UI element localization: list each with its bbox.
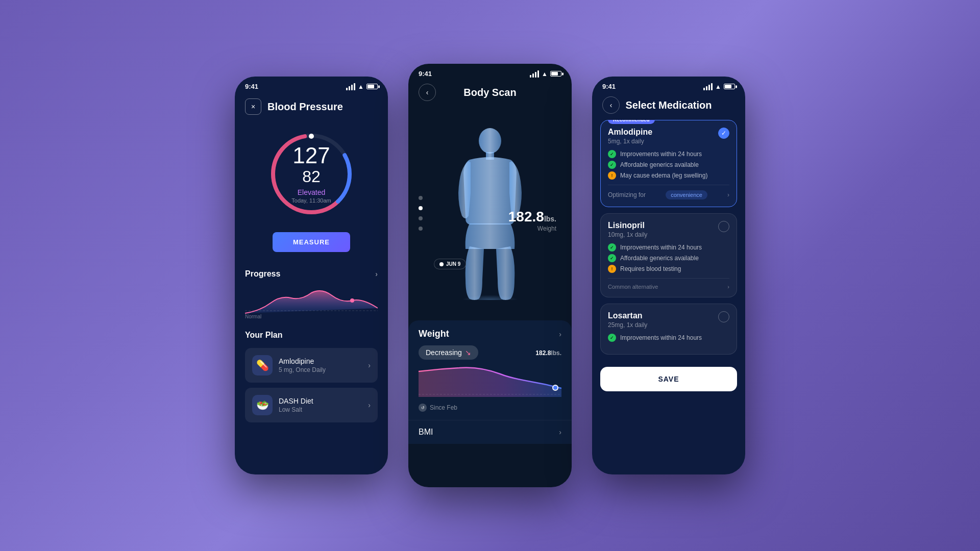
bp-title: Blood Pressure	[267, 101, 343, 113]
lisinopril-feature-3: ! Requires blood testing	[608, 265, 729, 273]
wifi-icon-2: ▲	[542, 70, 548, 78]
slide-dots	[419, 196, 423, 231]
lisinopril-feature-2: ✓ Affordable generics available	[608, 254, 729, 262]
lisinopril-dot-3: !	[608, 265, 616, 273]
dot-3[interactable]	[419, 216, 423, 220]
med-name-losartan: Losartan	[608, 311, 729, 320]
bp-header: × Blood Pressure	[235, 93, 388, 123]
trend-arrow-icon: ↘	[465, 348, 471, 357]
weight-section: Weight › Decreasing ↘ 182.8lbs.	[408, 320, 572, 420]
gauge-values: 127 82 Elevated Today, 11:30am	[291, 144, 331, 204]
bmi-chevron[interactable]: ›	[559, 428, 561, 436]
lisinopril-feature-1: ✓ Improvements within 24 hours	[608, 243, 729, 252]
svg-point-6	[479, 128, 501, 154]
phone-blood-pressure: 9:41 ▲ × Blood Pressure 127 82	[235, 77, 388, 474]
back-button-3[interactable]: ‹	[602, 96, 620, 114]
lisinopril-text-2: Affordable generics available	[620, 255, 699, 262]
med-radio-lisinopril[interactable]	[718, 221, 729, 232]
lisinopril-dot-2: ✓	[608, 254, 616, 262]
bmi-section[interactable]: BMI ›	[408, 420, 572, 444]
plan-item-amlodipine[interactable]: 💊 Amlodipine 5 mg, Once Daily ›	[245, 348, 378, 383]
plan-chevron-2: ›	[368, 401, 371, 409]
lisinopril-dot-1: ✓	[608, 243, 616, 252]
lisinopril-text-3: Requires blood testing	[620, 265, 681, 272]
phone-body-scan: 9:41 ▲ ‹ Body Scan	[408, 64, 572, 487]
med-dosage-losartan: 25mg, 1x daily	[608, 321, 729, 329]
dot-2[interactable]	[419, 206, 423, 210]
optimize-tag: convenience	[666, 190, 707, 199]
phone-medication: 9:41 ▲ ‹ Select Medication Recommended ✓…	[592, 77, 745, 474]
body-scan-title: Body Scan	[436, 87, 544, 98]
progress-label: Progress	[245, 269, 280, 279]
progress-chart: Normal	[235, 283, 388, 323]
status-time-3: 9:41	[602, 83, 616, 90]
progress-chevron[interactable]: ›	[375, 270, 378, 278]
plan-detail-2: Low Salt	[279, 406, 362, 413]
battery-icon-1	[366, 84, 378, 89]
wifi-icon-1: ▲	[358, 83, 364, 90]
plan-label: Your Plan	[245, 331, 283, 340]
battery-icon-2	[550, 71, 561, 77]
weight-chart	[419, 364, 561, 399]
weight-sub: Weight	[508, 225, 556, 232]
svg-point-10	[553, 385, 558, 390]
measure-button[interactable]: MEASURE	[273, 232, 350, 252]
since-text: Since Feb	[430, 404, 457, 411]
plan-detail-1: 5 mg, Once Daily	[279, 366, 362, 373]
med-card-losartan[interactable]: Losartan 25mg, 1x daily ✓ Improvements w…	[600, 304, 737, 355]
status-bar-3: 9:41 ▲	[592, 77, 745, 93]
save-button[interactable]: SAVE	[600, 367, 737, 391]
progress-header: Progress ›	[235, 262, 388, 283]
bp-systolic: 127	[291, 144, 331, 167]
close-button[interactable]: ×	[245, 98, 261, 115]
losartan-text-1: Improvements within 24 hours	[620, 334, 702, 341]
weight-section-header: Weight ›	[419, 329, 561, 339]
med-header: ‹ Select Medication	[592, 93, 745, 120]
lisinopril-text-1: Improvements within 24 hours	[620, 244, 702, 251]
weight-label: 182.8lbs. Weight	[508, 209, 556, 232]
plan-icon-dash: 🥗	[252, 395, 273, 415]
status-icons-3: ▲	[703, 83, 735, 90]
weight-current: 182.8lbs.	[535, 348, 561, 357]
check-icon: ✓	[721, 130, 726, 137]
med-radio-amlodipine[interactable]: ✓	[718, 128, 729, 139]
med-features-lisinopril: ✓ Improvements within 24 hours ✓ Afforda…	[608, 243, 729, 273]
med-radio-losartan[interactable]	[718, 311, 729, 322]
wifi-icon-3: ▲	[715, 83, 721, 90]
feature-dot-green-2: ✓	[608, 161, 616, 169]
feature-dot-yellow-1: !	[608, 171, 616, 180]
date-badge: JUN 9	[434, 259, 466, 269]
feature-1: ✓ Improvements within 24 hours	[608, 150, 729, 158]
dot-1[interactable]	[419, 196, 423, 200]
decreasing-text: Decreasing	[426, 348, 462, 357]
plan-chevron-1: ›	[368, 361, 371, 369]
date-dot	[439, 262, 444, 266]
since-icon: ↺	[419, 404, 427, 412]
signal-icon-2	[530, 70, 539, 78]
alt-label-lisinopril[interactable]: Common alternative ›	[608, 278, 729, 290]
med-features-losartan: ✓ Improvements within 24 hours	[608, 334, 729, 342]
body-scan-area: 182.8lbs. Weight JUN 9	[408, 106, 572, 320]
status-icons-1: ▲	[346, 83, 378, 90]
med-card-amlodipine[interactable]: Recommended ✓ Amlodipine 5mg, 1x daily ✓…	[600, 120, 737, 207]
signal-icon-1	[346, 83, 355, 90]
med-name-lisinopril: Lisinopril	[608, 221, 729, 230]
med-card-lisinopril[interactable]: Lisinopril 10mg, 1x daily ✓ Improvements…	[600, 213, 737, 297]
plan-icon-amlodipine: 💊	[252, 355, 273, 375]
status-time-2: 9:41	[419, 70, 432, 78]
status-bar-2: 9:41 ▲	[408, 64, 572, 81]
plan-item-dash[interactable]: 🥗 DASH Diet Low Salt ›	[245, 388, 378, 422]
med-features-amlodipine: ✓ Improvements within 24 hours ✓ Afforda…	[608, 150, 729, 180]
med-optimize[interactable]: Optimizing for convenience ›	[608, 185, 729, 199]
weight-section-title: Weight	[419, 329, 449, 339]
med-dosage-amlodipine: 5mg, 1x daily	[608, 138, 729, 145]
decreasing-badge: Decreasing ↘	[419, 345, 478, 360]
dot-4[interactable]	[419, 227, 423, 231]
losartan-feature-1: ✓ Improvements within 24 hours	[608, 334, 729, 342]
weight-value: 182.8lbs.	[508, 209, 556, 224]
status-icons-2: ▲	[530, 70, 561, 78]
weight-chevron[interactable]: ›	[559, 330, 561, 338]
losartan-dot-1: ✓	[608, 334, 616, 342]
plan-name-2: DASH Diet	[279, 397, 362, 405]
back-button-2[interactable]: ‹	[419, 84, 436, 101]
